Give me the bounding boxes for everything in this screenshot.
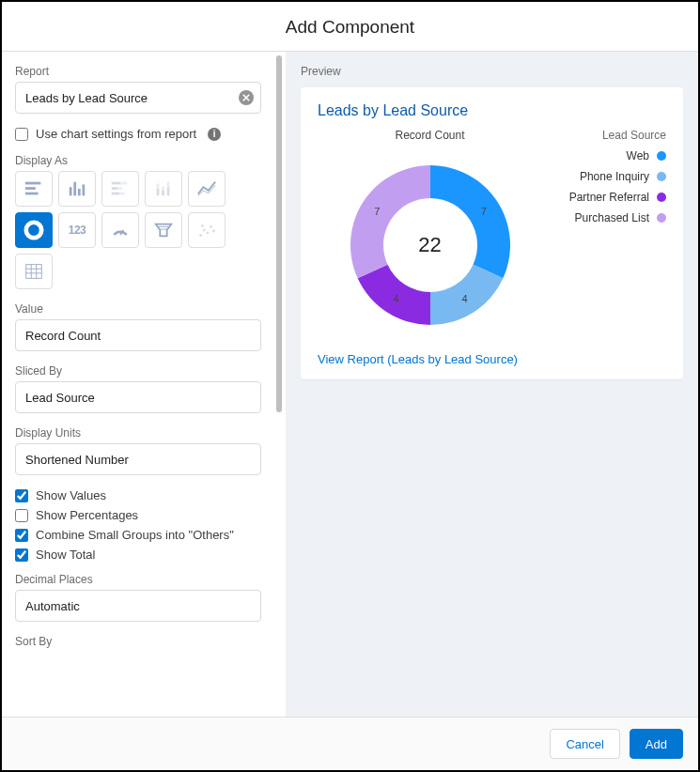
- svg-rect-15: [162, 191, 164, 196]
- sort-by-label: Sort By: [15, 635, 261, 648]
- svg-rect-12: [119, 193, 124, 195]
- legend-item-label: Phone Inquiry: [580, 170, 649, 183]
- sliced-by-label: Sliced By: [15, 364, 261, 378]
- display-as-grid: 123: [15, 171, 261, 289]
- view-report-link[interactable]: View Report (Leads by Lead Source): [318, 352, 666, 366]
- legend-item-label: Purchased List: [575, 211, 649, 224]
- use-chart-settings-label: Use chart settings from report: [36, 127, 196, 141]
- svg-point-24: [203, 229, 206, 232]
- cancel-button[interactable]: Cancel: [550, 729, 619, 759]
- sliced-by-input[interactable]: [15, 381, 261, 413]
- legend: Lead Source WebPhone InquiryPartner Refe…: [553, 129, 666, 339]
- modal-header: Add Component: [2, 2, 698, 52]
- svg-rect-4: [73, 182, 76, 196]
- show-values-label: Show Values: [36, 488, 106, 502]
- svg-point-28: [201, 224, 204, 227]
- show-total-checkbox[interactable]: [15, 548, 28, 562]
- preview-card: Leads by Lead Source Record Count 7447 2…: [301, 87, 683, 379]
- svg-rect-6: [83, 184, 86, 195]
- chart-title: Record Count: [395, 129, 464, 142]
- add-component-modal: Add Component Report Use chart settings …: [0, 0, 700, 772]
- show-total-label: Show Total: [36, 548, 95, 562]
- modal-footer: Cancel Add: [2, 717, 698, 770]
- combine-small-label: Combine Small Groups into "Others": [36, 528, 234, 542]
- chart-type-vertical-bar[interactable]: [58, 171, 96, 207]
- combine-small-checkbox[interactable]: [15, 529, 28, 542]
- svg-rect-1: [25, 187, 36, 190]
- svg-rect-5: [78, 189, 81, 195]
- value-input[interactable]: [15, 319, 261, 351]
- svg-point-27: [212, 230, 215, 233]
- chart-type-funnel[interactable]: [145, 212, 182, 248]
- chart-type-stacked-vertical[interactable]: [145, 171, 182, 207]
- svg-point-25: [207, 231, 210, 234]
- right-panel: Preview Leads by Lead Source Record Coun…: [286, 52, 698, 717]
- report-label: Report: [15, 65, 261, 78]
- display-units-input[interactable]: [15, 443, 261, 475]
- svg-rect-13: [157, 189, 160, 195]
- chart-type-metric[interactable]: 123: [58, 212, 96, 248]
- show-values-checkbox[interactable]: [15, 489, 28, 502]
- chart-type-scatter[interactable]: [188, 212, 226, 248]
- chart-type-stacked-horizontal[interactable]: [101, 171, 139, 207]
- donut-total: 22: [336, 151, 524, 339]
- svg-rect-18: [167, 182, 170, 188]
- legend-title: Lead Source: [553, 129, 666, 142]
- clear-icon[interactable]: [239, 90, 254, 105]
- svg-rect-0: [25, 182, 41, 185]
- svg-rect-7: [112, 182, 120, 185]
- chart-type-table[interactable]: [15, 254, 53, 289]
- display-as-label: Display As: [15, 154, 261, 167]
- info-icon[interactable]: i: [208, 128, 221, 141]
- decimal-places-label: Decimal Places: [15, 573, 261, 586]
- legend-item-label: Partner Referral: [569, 191, 649, 204]
- svg-rect-14: [157, 184, 160, 190]
- modal-body: Report Use chart settings from report i …: [2, 52, 698, 717]
- chart-type-line[interactable]: [188, 171, 226, 207]
- legend-item-label: Web: [627, 149, 649, 162]
- svg-rect-9: [112, 187, 117, 190]
- display-units-label: Display Units: [15, 426, 261, 440]
- left-panel: Report Use chart settings from report i …: [2, 52, 274, 717]
- legend-swatch: [657, 151, 666, 161]
- modal-title: Add Component: [2, 17, 698, 38]
- preview-title: Leads by Lead Source: [318, 102, 666, 119]
- svg-point-23: [199, 234, 202, 237]
- legend-swatch: [657, 172, 666, 181]
- svg-rect-10: [117, 187, 122, 190]
- report-input[interactable]: [15, 82, 261, 114]
- svg-rect-29: [26, 265, 42, 279]
- legend-item: Phone Inquiry: [553, 170, 666, 183]
- svg-rect-17: [167, 187, 170, 195]
- show-percentages-checkbox[interactable]: [15, 509, 28, 522]
- svg-rect-8: [120, 182, 127, 185]
- legend-item: Purchased List: [553, 211, 666, 224]
- svg-rect-16: [162, 186, 164, 191]
- chart-type-donut[interactable]: [15, 212, 53, 248]
- svg-rect-3: [70, 187, 72, 195]
- svg-rect-11: [112, 193, 119, 195]
- legend-item: Web: [553, 149, 666, 162]
- scrollbar[interactable]: [274, 52, 286, 717]
- svg-point-26: [210, 225, 212, 228]
- legend-item: Partner Referral: [553, 191, 666, 204]
- decimal-places-input[interactable]: [15, 590, 261, 622]
- add-button[interactable]: Add: [630, 729, 683, 759]
- value-label: Value: [15, 302, 261, 316]
- legend-swatch: [657, 213, 666, 223]
- preview-label: Preview: [301, 65, 683, 78]
- use-chart-settings-checkbox[interactable]: [15, 128, 28, 141]
- show-percentages-label: Show Percentages: [36, 508, 138, 522]
- legend-swatch: [657, 193, 666, 202]
- chart-type-gauge[interactable]: [101, 212, 139, 248]
- svg-rect-2: [25, 193, 39, 195]
- metric-label: 123: [69, 224, 86, 237]
- chart-type-horizontal-bar[interactable]: [15, 171, 53, 207]
- donut-chart: 7447 22: [336, 151, 524, 339]
